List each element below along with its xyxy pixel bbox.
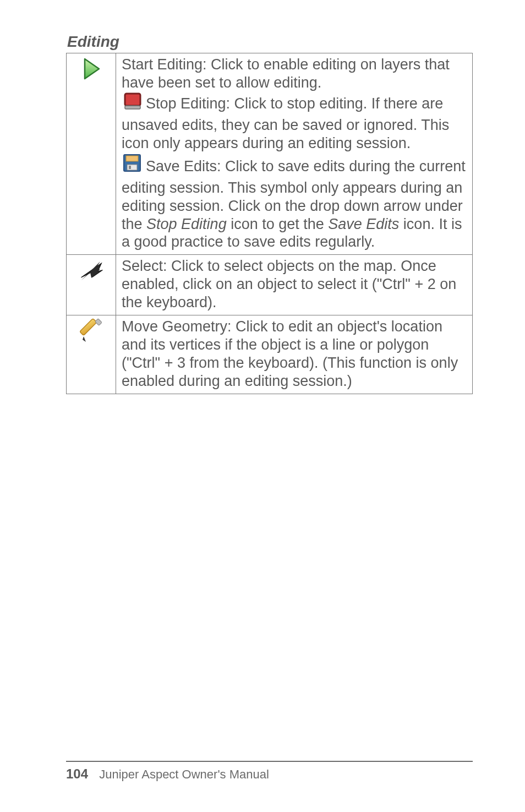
row-description-cell: Select: Click to select objects on the m… <box>116 255 473 315</box>
text-italic: Stop Editing <box>146 216 227 232</box>
footer-rule <box>66 761 473 762</box>
text-part: icon to get the <box>227 216 329 232</box>
svg-rect-0 <box>125 94 140 106</box>
table-row: Move Geometry: Click to edit an object's… <box>67 315 473 394</box>
page-footer: 104 Juniper Aspect Owner's Manual <box>66 761 473 782</box>
table-row: Start Editing: Click to enable editing o… <box>67 53 473 255</box>
svg-rect-3 <box>126 156 138 161</box>
svg-rect-8 <box>95 319 102 326</box>
svg-rect-5 <box>129 166 131 169</box>
page-number: 104 <box>66 766 88 781</box>
row-icon-cell <box>67 255 116 315</box>
row-icon-cell <box>67 53 116 255</box>
pencil-icon <box>78 331 105 347</box>
row-description-cell: Move Geometry: Click to edit an object's… <box>116 315 473 394</box>
text-part: Move Geometry: Click to edit an object's… <box>122 318 458 389</box>
svg-rect-7 <box>79 319 96 336</box>
text-part: Stop Editing: Click to stop editing. If … <box>122 95 449 151</box>
svg-marker-6 <box>83 336 86 342</box>
save-edits-icon <box>122 152 144 179</box>
table-row: Select: Click to select objects on the m… <box>67 255 473 315</box>
start-editing-icon <box>78 69 105 85</box>
row-description-cell: Start Editing: Click to enable editing o… <box>116 53 473 255</box>
text-part: Select: Click to select objects on the m… <box>122 258 456 310</box>
svg-rect-4 <box>127 165 137 170</box>
svg-rect-1 <box>125 106 140 109</box>
text-italic: Save Edits <box>328 216 399 232</box>
row-icon-cell <box>67 315 116 394</box>
editing-table: Start Editing: Click to enable editing o… <box>66 53 473 394</box>
stop-editing-icon <box>122 92 144 116</box>
manual-title: Juniper Aspect Owner's Manual <box>99 767 269 781</box>
section-heading: Editing <box>67 33 473 51</box>
select-arrow-icon <box>78 270 105 287</box>
text-part: Start Editing: Click to enable editing o… <box>122 56 450 91</box>
